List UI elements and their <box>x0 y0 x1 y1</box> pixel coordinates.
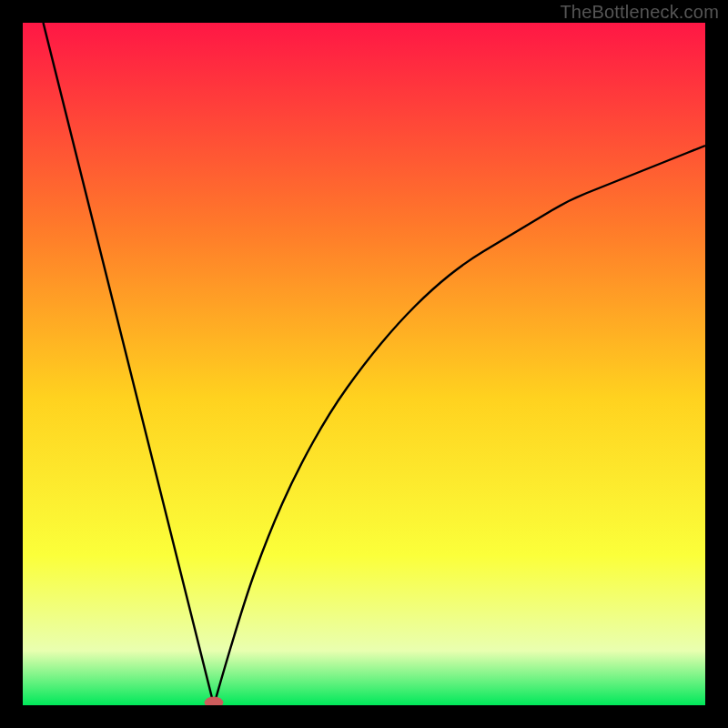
plot-svg <box>23 23 705 705</box>
plot-area <box>23 23 705 705</box>
watermark-text: TheBottleneck.com <box>560 2 719 23</box>
chart-frame: TheBottleneck.com <box>0 0 728 728</box>
trough-marker <box>205 697 223 705</box>
